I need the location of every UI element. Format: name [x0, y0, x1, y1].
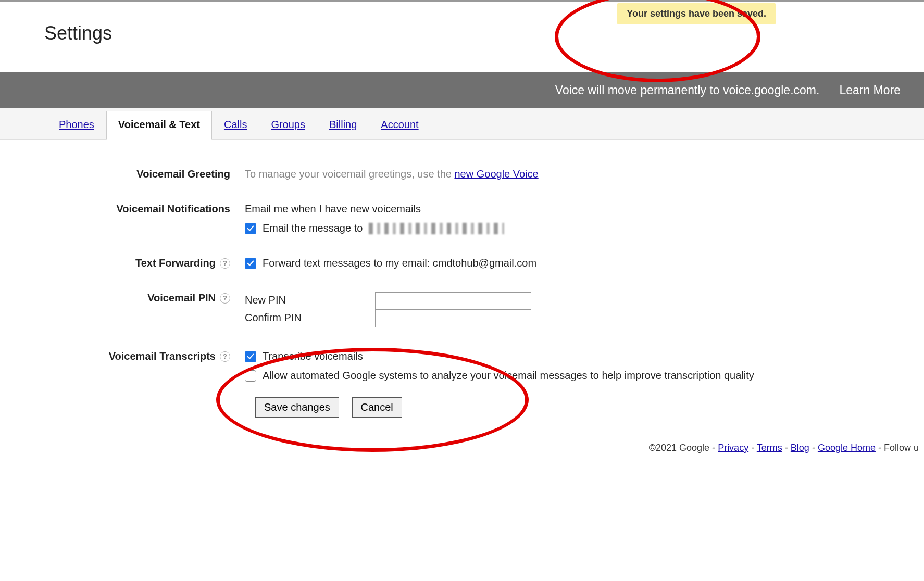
new-pin-label: New PIN: [245, 292, 375, 310]
checkbox-transcribe[interactable]: [245, 351, 256, 362]
tab-account[interactable]: Account: [369, 111, 430, 139]
settings-tabs: Phones Voicemail & Text Calls Groups Bil…: [0, 108, 924, 140]
label-voicemail-notifications: Voicemail Notifications: [0, 203, 245, 215]
tab-phones[interactable]: Phones: [47, 111, 106, 139]
footer-sep: -: [785, 443, 791, 453]
learn-more-link[interactable]: Learn More: [839, 83, 901, 97]
footer-sep: -: [751, 443, 757, 453]
footer-sep: -: [812, 443, 818, 453]
footer-copyright: ©2021 Google -: [649, 443, 718, 453]
new-google-voice-link[interactable]: new Google Voice: [454, 168, 538, 180]
footer-privacy-link[interactable]: Privacy: [718, 443, 748, 453]
transcribe-label: Transcribe voicemails: [263, 350, 363, 362]
new-pin-input[interactable]: [375, 292, 531, 310]
help-icon[interactable]: ?: [220, 258, 230, 269]
row-text-forwarding: Text Forwarding ? Forward text messages …: [0, 257, 924, 269]
row-voicemail-transcripts: Voicemail Transcripts ? Transcribe voice…: [0, 350, 924, 382]
footer-follow: - Follow u: [878, 443, 919, 453]
confirm-pin-label: Confirm PIN: [245, 310, 375, 327]
confirm-pin-input[interactable]: [375, 310, 531, 327]
tab-groups[interactable]: Groups: [259, 111, 317, 139]
migration-banner: Voice will move permanently to voice.goo…: [0, 72, 924, 108]
checkbox-allow-analyze[interactable]: [245, 370, 256, 382]
email-message-label: Email the message to: [263, 222, 363, 234]
allow-analyze-label: Allow automated Google systems to analyz…: [263, 370, 754, 382]
redacted-email: [369, 223, 504, 234]
cancel-button[interactable]: Cancel: [352, 397, 402, 418]
migration-banner-text: Voice will move permanently to voice.goo…: [555, 83, 820, 97]
page-title: Settings: [44, 22, 112, 44]
settings-content: Voicemail Greeting To manage your voicem…: [0, 140, 924, 438]
tab-calls[interactable]: Calls: [212, 111, 259, 139]
checkbox-forward-text[interactable]: [245, 258, 256, 269]
greeting-text: To manage your voicemail greetings, use …: [245, 168, 454, 180]
notifications-desc: Email me when I have new voicemails: [245, 203, 924, 215]
settings-saved-toast: Your settings have been saved.: [617, 3, 776, 24]
row-voicemail-greeting: Voicemail Greeting To manage your voicem…: [0, 168, 924, 180]
help-icon[interactable]: ?: [220, 351, 230, 362]
tab-billing[interactable]: Billing: [317, 111, 369, 139]
label-text-forwarding: Text Forwarding: [135, 257, 216, 269]
forward-text-label: Forward text messages to my email: cmdto…: [263, 257, 536, 269]
row-voicemail-pin: Voicemail PIN ? New PIN Confirm PIN: [0, 292, 924, 327]
label-voicemail-greeting: Voicemail Greeting: [0, 168, 245, 180]
footer: ©2021 Google - Privacy - Terms - Blog - …: [0, 438, 924, 453]
row-voicemail-notifications: Voicemail Notifications Email me when I …: [0, 203, 924, 234]
checkbox-email-message[interactable]: [245, 223, 256, 234]
footer-google-home-link[interactable]: Google Home: [818, 443, 876, 453]
button-row: Save changes Cancel: [255, 397, 924, 418]
label-voicemail-pin: Voicemail PIN: [147, 292, 216, 304]
footer-blog-link[interactable]: Blog: [791, 443, 809, 453]
footer-terms-link[interactable]: Terms: [757, 443, 782, 453]
save-changes-button[interactable]: Save changes: [255, 397, 339, 418]
help-icon[interactable]: ?: [220, 293, 230, 304]
tab-voicemail-text[interactable]: Voicemail & Text: [106, 111, 212, 140]
header: Settings Your settings have been saved.: [0, 2, 924, 72]
label-voicemail-transcripts: Voicemail Transcripts: [109, 350, 216, 362]
